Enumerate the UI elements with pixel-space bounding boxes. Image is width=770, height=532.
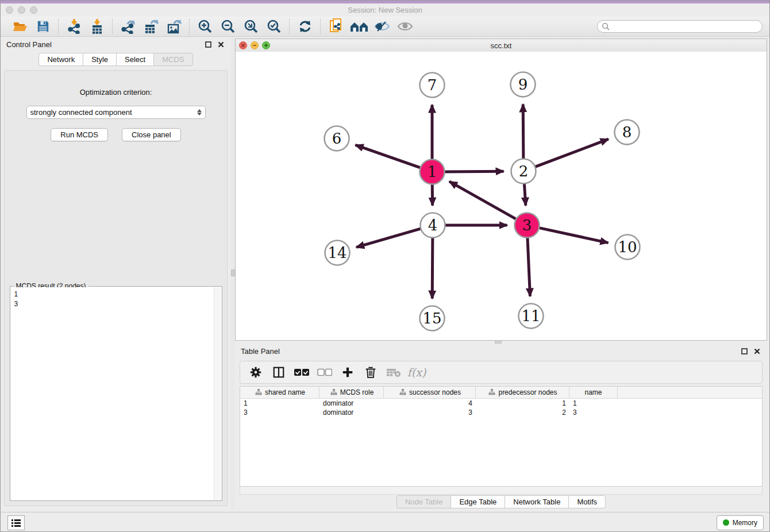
edge-1-6[interactable] (356, 145, 422, 168)
mcds-result-text[interactable]: 1 3 (11, 287, 214, 500)
tab-node-table[interactable]: Node Table (396, 495, 451, 508)
export-table-button[interactable] (141, 18, 161, 34)
save-session-button[interactable] (33, 18, 53, 34)
tab-mcds[interactable]: MCDS (153, 53, 192, 66)
vertical-splitter-grip[interactable] (231, 269, 235, 276)
open-session-button[interactable] (10, 18, 30, 34)
add-column-button[interactable] (340, 365, 355, 380)
network-graph[interactable]: 7968124314101511 (236, 52, 767, 340)
delete-column-button[interactable] (363, 365, 378, 380)
mcds-panel: Optimization criterion: strongly connect… (4, 70, 228, 506)
cell-shared-name[interactable]: 3 (240, 408, 319, 417)
memory-button[interactable]: Memory (717, 515, 764, 530)
result-line: 3 (14, 299, 213, 309)
float-icon (741, 348, 748, 354)
edge-2-9[interactable] (523, 104, 523, 160)
import-network-button[interactable] (64, 18, 84, 34)
edge-3-10[interactable] (538, 228, 608, 243)
split-column-button[interactable] (271, 365, 286, 380)
tab-motifs[interactable]: Motifs (568, 495, 606, 508)
node-label-8: 8 (622, 124, 632, 141)
new-network-from-selection-button[interactable] (326, 18, 346, 34)
node-table[interactable]: shared name MCDS role (240, 386, 763, 487)
cell-shared-name[interactable]: 1 (240, 399, 319, 407)
column-header-predecessor-nodes[interactable]: predecessor nodes (476, 387, 569, 398)
optimization-criterion-select[interactable]: strongly connected component (26, 106, 206, 119)
column-header-successor-nodes[interactable]: successor nodes (384, 387, 476, 398)
search-field[interactable] (597, 20, 763, 33)
export-image-button[interactable] (164, 18, 184, 34)
close-icon (218, 41, 224, 48)
network-canvas[interactable]: 7968124314101511 (236, 52, 767, 340)
home-button[interactable] (349, 18, 369, 34)
select-all-button[interactable] (294, 365, 309, 380)
node-label-2: 2 (519, 163, 529, 180)
cell-successor-nodes[interactable]: 4 (384, 399, 476, 407)
split-column-icon (272, 366, 285, 379)
table-settings-button[interactable] (248, 365, 263, 380)
show-graphics-details-button[interactable] (372, 18, 392, 34)
node-label-9: 9 (518, 76, 528, 93)
table-row[interactable]: 1 dominator 4 1 1 (240, 399, 762, 408)
zoom-selected-button[interactable] (264, 18, 284, 34)
network-window-titlebar: scc.txt (236, 39, 767, 52)
zoom-out-icon (221, 19, 236, 34)
half-eye-icon (374, 21, 390, 32)
deselect-all-button[interactable] (317, 365, 332, 380)
float-panel-button[interactable] (203, 40, 213, 49)
cell-mcds-role[interactable]: dominator (319, 399, 384, 407)
task-history-button[interactable] (7, 515, 25, 530)
tab-style[interactable]: Style (83, 53, 116, 66)
search-input[interactable] (612, 22, 762, 31)
zoom-selected-icon (267, 19, 282, 34)
edge-3-11[interactable] (528, 236, 530, 296)
table-horizontal-scrollbar[interactable] (240, 487, 763, 495)
unchecked-boxes-icon (317, 368, 332, 376)
mcds-result-group: MCDS result (2 nodes) 1 3 (10, 286, 222, 501)
hide-graphics-details-button[interactable] (395, 18, 415, 34)
cell-mcds-role[interactable]: dominator (319, 408, 384, 417)
zoom-in-button[interactable] (195, 18, 215, 34)
cell-name[interactable]: 1 (569, 399, 618, 407)
network-window-title: scc.txt (236, 41, 767, 50)
tab-network[interactable]: Network (38, 53, 83, 66)
edge-2-3[interactable] (524, 182, 526, 205)
float-table-panel-button[interactable] (740, 346, 749, 356)
column-header-mcds-role[interactable]: MCDS role (319, 387, 384, 398)
column-header-name[interactable]: name (569, 387, 618, 398)
fx-icon: f(x) (407, 366, 426, 379)
memory-status-dot (723, 519, 729, 526)
table-panel-title: Table Panel (241, 347, 280, 356)
main-toolbar (1, 17, 769, 37)
cell-predecessor-nodes[interactable]: 2 (476, 408, 569, 417)
table-row[interactable]: 3 dominator 3 2 3 (240, 408, 762, 417)
edge-1-2[interactable] (443, 171, 503, 172)
save-icon (37, 20, 49, 33)
zoom-out-button[interactable] (218, 18, 238, 34)
import-table-button[interactable] (87, 18, 107, 34)
table-toolbar: f(x) (240, 361, 763, 384)
tab-network-table[interactable]: Network Table (505, 495, 568, 508)
edge-4-14[interactable] (356, 228, 422, 247)
tab-select[interactable]: Select (116, 53, 153, 66)
column-header-shared-name[interactable]: shared name (240, 387, 319, 398)
selected-criterion: strongly connected component (30, 108, 197, 117)
close-panel-button[interactable] (216, 40, 225, 49)
run-mcds-button[interactable]: Run MCDS (51, 128, 108, 141)
edge-4-15[interactable] (432, 236, 433, 298)
result-scrollbar[interactable] (214, 287, 221, 500)
export-table-icon (144, 19, 159, 34)
edge-3-1[interactable] (449, 182, 517, 219)
refresh-button[interactable] (295, 18, 315, 34)
cell-name[interactable]: 3 (569, 408, 618, 417)
export-network-button[interactable] (118, 18, 138, 34)
cell-predecessor-nodes[interactable]: 1 (476, 399, 569, 407)
close-table-panel-button[interactable] (752, 346, 761, 356)
edge-2-8[interactable] (534, 139, 608, 167)
close-panel-button-mcds[interactable]: Close panel (122, 128, 181, 141)
tab-edge-table[interactable]: Edge Table (451, 495, 505, 508)
zoom-fit-button[interactable] (241, 18, 261, 34)
vertical-splitter[interactable] (231, 37, 235, 510)
column-label: shared name (265, 388, 305, 396)
cell-successor-nodes[interactable]: 3 (384, 408, 476, 417)
